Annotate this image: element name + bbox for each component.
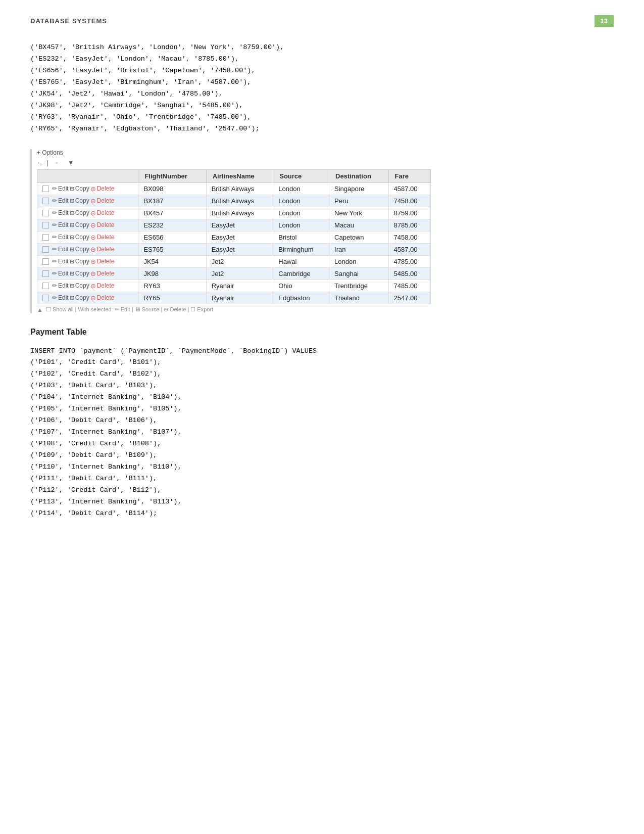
row-actions-cell: ✏ Edit ⊞ Copy ⊝ Delete [37, 292, 138, 304]
airline-name-cell: British Airways [206, 207, 273, 219]
fare-cell: 4587.00 [388, 182, 430, 195]
row-actions-cell: ✏ Edit ⊞ Copy ⊝ Delete [37, 219, 138, 231]
copy-button[interactable]: ⊞ Copy [70, 246, 89, 253]
row-checkbox[interactable] [42, 222, 49, 228]
row-checkbox[interactable] [42, 234, 49, 241]
airline-name-cell: Ryanair [206, 292, 273, 304]
copy-button[interactable]: ⊞ Copy [70, 258, 89, 265]
delete-button[interactable]: ⊝ Delete [90, 258, 115, 265]
copy-button[interactable]: ⊞ Copy [70, 197, 89, 204]
delete-button[interactable]: ⊝ Delete [90, 221, 115, 229]
row-checkbox[interactable] [42, 283, 49, 289]
delete-icon: ⊝ [90, 246, 96, 253]
row-actions-cell: ✏ Edit ⊞ Copy ⊝ Delete [37, 195, 138, 207]
delete-icon: ⊝ [90, 185, 96, 193]
edit-button[interactable]: ✏ Edit [52, 185, 69, 192]
delete-button[interactable]: ⊝ Delete [90, 185, 115, 193]
row-checkbox[interactable] [42, 198, 49, 204]
source-cell: London [273, 207, 329, 219]
table-row: ✏ Edit ⊞ Copy ⊝ Delete BX187British Airw… [37, 195, 431, 207]
pencil-icon: ✏ [52, 246, 57, 253]
flight-number-cell: RY63 [138, 280, 206, 292]
delete-button[interactable]: ⊝ Delete [90, 209, 115, 217]
table-toolbar: ← | → ▼ [37, 159, 614, 166]
airline-name-cell: Jet2 [206, 255, 273, 267]
destination-cell: London [329, 255, 388, 267]
payment-sql-block: INSERT INTO `payment` (`PaymentID`, `Pay… [30, 346, 614, 520]
row-checkbox[interactable] [42, 186, 49, 192]
table-options-label[interactable]: + Options [37, 149, 614, 156]
filter-icon[interactable]: ▼ [68, 159, 74, 166]
edit-button[interactable]: ✏ Edit [52, 209, 69, 216]
col-flight-number: FlightNumber [138, 169, 206, 182]
insert-sql-block: ('BX457', 'British Airways', 'London', '… [30, 42, 614, 135]
copy-button[interactable]: ⊞ Copy [70, 221, 89, 228]
delete-button[interactable]: ⊝ Delete [90, 282, 115, 290]
airline-name-cell: EasyJet [206, 243, 273, 255]
flight-number-cell: ES765 [138, 243, 206, 255]
row-checkbox[interactable] [42, 270, 49, 277]
copy-icon: ⊞ [70, 210, 74, 216]
row-checkbox[interactable] [42, 295, 49, 301]
source-cell: Cambridge [273, 267, 329, 280]
table-row: ✏ Edit ⊞ Copy ⊝ Delete RY63RyanairOhioTr… [37, 280, 431, 292]
fare-cell: 4785.00 [388, 255, 430, 267]
table-body: ✏ Edit ⊞ Copy ⊝ Delete BX098British Airw… [37, 182, 431, 304]
edit-button[interactable]: ✏ Edit [52, 282, 69, 289]
table-row: ✏ Edit ⊞ Copy ⊝ Delete JK98Jet2Cambridge… [37, 267, 431, 280]
copy-button[interactable]: ⊞ Copy [70, 282, 89, 289]
source-cell: Edgbaston [273, 292, 329, 304]
row-checkbox[interactable] [42, 210, 49, 216]
delete-button[interactable]: ⊝ Delete [90, 270, 115, 277]
copy-icon: ⊞ [70, 246, 74, 253]
forward-arrow-icon[interactable]: → [53, 159, 59, 166]
delete-icon: ⊝ [90, 197, 96, 205]
flight-number-cell: JK98 [138, 267, 206, 280]
destination-cell: Capetown [329, 231, 388, 243]
fare-cell: 8785.00 [388, 219, 430, 231]
back-arrow-icon[interactable]: ← [37, 159, 43, 166]
edit-button[interactable]: ✏ Edit [52, 270, 69, 277]
table-row: ✏ Edit ⊞ Copy ⊝ Delete JK54Jet2HawaiLond… [37, 255, 431, 267]
airline-name-cell: Ryanair [206, 280, 273, 292]
page: DATABASE SYSTEMS 13 ('BX457', 'British A… [0, 0, 644, 834]
airline-name-cell: British Airways [206, 195, 273, 207]
page-title: DATABASE SYSTEMS [30, 17, 107, 25]
copy-icon: ⊞ [70, 258, 74, 265]
pencil-icon: ✏ [52, 234, 57, 241]
copy-icon: ⊞ [70, 283, 74, 289]
row-checkbox[interactable] [42, 258, 49, 265]
destination-cell: Singapore [329, 182, 388, 195]
table-section: + Options ← | → ▼ FlightNumber AirlinesN… [30, 149, 614, 313]
copy-icon: ⊞ [70, 270, 74, 277]
edit-button[interactable]: ✏ Edit [52, 294, 69, 301]
airline-name-cell: EasyJet [206, 219, 273, 231]
copy-button[interactable]: ⊞ Copy [70, 234, 89, 241]
copy-button[interactable]: ⊞ Copy [70, 185, 89, 192]
source-cell: London [273, 219, 329, 231]
copy-button[interactable]: ⊞ Copy [70, 209, 89, 216]
pencil-icon: ✏ [52, 294, 57, 301]
row-actions-cell: ✏ Edit ⊞ Copy ⊝ Delete [37, 280, 138, 292]
edit-button[interactable]: ✏ Edit [52, 234, 69, 241]
col-airlines-name: AirlinesName [206, 169, 273, 182]
copy-button[interactable]: ⊞ Copy [70, 270, 89, 277]
delete-button[interactable]: ⊝ Delete [90, 197, 115, 205]
edit-button[interactable]: ✏ Edit [52, 246, 69, 253]
copy-button[interactable]: ⊞ Copy [70, 294, 89, 301]
row-checkbox[interactable] [42, 246, 49, 253]
edit-button[interactable]: ✏ Edit [52, 258, 69, 265]
copy-icon: ⊞ [70, 222, 74, 228]
edit-button[interactable]: ✏ Edit [52, 221, 69, 228]
flight-number-cell: ES232 [138, 219, 206, 231]
delete-button[interactable]: ⊝ Delete [90, 234, 115, 241]
edit-button[interactable]: ✏ Edit [52, 197, 69, 204]
table-row: ✏ Edit ⊞ Copy ⊝ Delete BX457British Airw… [37, 207, 431, 219]
delete-button[interactable]: ⊝ Delete [90, 246, 115, 253]
table-footer: ▲ ☐ Show all | With selected: ✏ Edit | 🖥… [37, 306, 614, 313]
destination-cell: Macau [329, 219, 388, 231]
row-actions-cell: ✏ Edit ⊞ Copy ⊝ Delete [37, 267, 138, 280]
page-number: 13 [595, 15, 614, 27]
delete-button[interactable]: ⊝ Delete [90, 294, 115, 302]
copy-icon: ⊞ [70, 186, 74, 192]
